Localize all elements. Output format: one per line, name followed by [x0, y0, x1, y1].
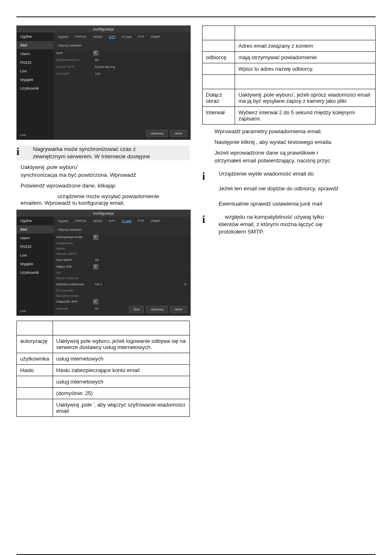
- sidebar-item-siec[interactable]: Sieć: [17, 41, 54, 50]
- sidebar-item-wyjatek[interactable]: Wyjątek: [17, 76, 54, 84]
- cell: Wybierz interwał 2 do 5 sekund między ko…: [235, 107, 376, 125]
- value-sync[interactable]: 60: [93, 57, 188, 62]
- sidebar-item-alarm[interactable]: Alarm: [17, 234, 54, 243]
- apply-button[interactable]: Zastosuj: [146, 130, 168, 137]
- test-button[interactable]: Test: [129, 306, 144, 313]
- label-user: Użytkownik: [56, 241, 93, 245]
- panel-title: Konfiguracja: [17, 210, 190, 217]
- tab-snmp[interactable]: SNMP: [149, 218, 162, 224]
- label-ntp: NTP: [56, 51, 93, 55]
- tab-ftp[interactable]: FTP: [136, 218, 146, 224]
- label-from-addr: Adres email od: [56, 276, 93, 280]
- value-ntp-server[interactable]: 0.pool.ntp.org: [93, 64, 188, 69]
- label-to-addr: Na adres email: [56, 294, 93, 298]
- tab-ogolne[interactable]: Ogólne: [56, 34, 70, 39]
- label-pass: Hasło: [56, 247, 93, 250]
- sidebar-item-uzytkownik[interactable]: Użytkownik: [17, 84, 54, 93]
- body-text: Następnie kliknij , aby wysłać testowego…: [214, 139, 376, 146]
- live-label: Live: [20, 309, 26, 313]
- label-to-name: Do (nazwa): [56, 289, 93, 292]
- tab-ntp[interactable]: NTP: [107, 34, 117, 39]
- tab-ntp[interactable]: NTP: [107, 218, 117, 224]
- label-auth: Autoryzacja email: [56, 235, 93, 239]
- info-text: względu na kompatybilność używaj tylko k…: [219, 213, 376, 236]
- info-icon: i: [202, 170, 214, 183]
- back-button[interactable]: Wróć: [170, 306, 187, 313]
- tabs: Ogólne PPPOE DDNS NTP E-mail FTP SNMP Wi…: [54, 32, 190, 50]
- cell: Uaktywnij pole wyboru, jeżeli logowanie …: [53, 335, 189, 353]
- value-smtp-port[interactable]: 25: [93, 257, 188, 263]
- cell: Hasło: [17, 364, 53, 376]
- value-to-name[interactable]: [93, 289, 188, 291]
- body-text: Jeżeli wprowadzone dane są prawidłowe io…: [214, 149, 376, 164]
- sidebar: Ogólne Sieć Alarm RS232 Live Wyjątek Uży…: [17, 32, 54, 139]
- body-text: Uaktywnij ‚pole wyboru' synchronizacja m…: [21, 164, 190, 178]
- cell: Dołącz obraz: [203, 89, 235, 107]
- back-button[interactable]: Wróć: [170, 130, 187, 137]
- tab-email[interactable]: E-mail: [120, 218, 133, 224]
- ssl-checkbox[interactable]: [93, 264, 98, 269]
- label-ntp-port: Port NTP: [56, 72, 93, 76]
- apply-button[interactable]: Zastosuj: [146, 306, 168, 313]
- value-to-addr[interactable]: [93, 295, 188, 296]
- cell: [17, 387, 53, 399]
- auth-checkbox[interactable]: [93, 235, 98, 240]
- info-icon: i: [16, 146, 29, 158]
- info-text: Urządzenie wyśle wiadomość email do Jeże…: [219, 170, 376, 208]
- cell: [17, 376, 53, 387]
- tab-wiecej[interactable]: Więcej ustawień: [56, 227, 83, 232]
- value-from[interactable]: [93, 272, 188, 273]
- sidebar-item-ogolne[interactable]: Ogólne: [17, 32, 54, 41]
- body-text: Potwierdź wprowadzone dane, klikając: [21, 182, 190, 190]
- value-select-recv[interactable]: Od 1▾: [93, 282, 188, 287]
- cell: Uaktywnij ‚pole ', aby włączyć szyfrowan…: [53, 399, 189, 416]
- sidebar-item-live[interactable]: Live: [17, 251, 54, 260]
- sidebar-item-live[interactable]: Live: [17, 67, 54, 76]
- sidebar-item-ogolne[interactable]: Ogólne: [17, 217, 54, 225]
- value-ntp-port[interactable]: 123: [93, 71, 188, 76]
- tab-pppoe[interactable]: PPPOE: [74, 218, 88, 224]
- body-text: Wprowadź parametry powiadomienia email.: [214, 128, 376, 135]
- cell: odbiorcę: [203, 52, 235, 63]
- tab-email[interactable]: E-mail: [120, 34, 133, 39]
- info-icon: i: [202, 213, 214, 226]
- value-pass[interactable]: [93, 247, 188, 249]
- live-label: Live: [20, 133, 26, 137]
- cell: użytkownika: [17, 353, 53, 364]
- tab-ddns[interactable]: DDNS: [91, 218, 104, 224]
- value-user[interactable]: [93, 242, 188, 244]
- label-from: Od: [56, 271, 93, 275]
- attach-checkbox[interactable]: [93, 299, 98, 304]
- cell: Wpisz tu adres nazwę odbiorcy.: [235, 63, 376, 75]
- cell: autoryzację: [17, 335, 53, 353]
- tab-ddns[interactable]: DDNS: [91, 34, 104, 39]
- label-interval: Interwał: [56, 307, 93, 310]
- sidebar-item-siec[interactable]: Sieć: [17, 225, 54, 234]
- cell: usług internetowych: [53, 353, 189, 364]
- value-smtp-srv[interactable]: [93, 253, 188, 254]
- cell: Interwał: [203, 107, 235, 125]
- cell: usług internetowych: [53, 376, 189, 387]
- ntp-checkbox[interactable]: [93, 51, 98, 56]
- sidebar-item-uzytkownik[interactable]: Użytkownik: [17, 268, 54, 277]
- label-attach: Załącznik JPG: [56, 300, 93, 303]
- sidebar-item-rs232[interactable]: RS232: [17, 243, 54, 251]
- tab-snmp[interactable]: SNMP: [149, 34, 162, 39]
- sidebar-item-wyjatek[interactable]: Wyjątek: [17, 260, 54, 268]
- sidebar-item-rs232[interactable]: RS232: [17, 58, 54, 67]
- label-ntp-server: Serwer NTP: [56, 65, 93, 69]
- body-text: emailem. Wprowadź tu konfigurację email.: [21, 199, 190, 207]
- cell: [203, 40, 235, 52]
- cell: Uaktywnij ‚pole wyboru', jeżeli oprócz w…: [235, 89, 376, 107]
- tab-ftp[interactable]: FTP: [136, 34, 146, 39]
- tab-wiecej[interactable]: Więcej ustawień: [56, 43, 83, 48]
- value-from-addr[interactable]: [93, 277, 188, 279]
- tabs: Ogólne PPPOE DDNS NTP E-mail FTP SNMP Wi…: [54, 217, 190, 234]
- cell: [203, 63, 235, 75]
- tab-ogolne[interactable]: Ogólne: [56, 218, 70, 224]
- doc-table-left: autoryzację Uaktywnij pole wyboru, jeżel…: [16, 321, 190, 417]
- tab-pppoe[interactable]: PPPOE: [74, 34, 88, 39]
- label-smtp-port: Port SMTP: [56, 258, 93, 262]
- cell: [17, 399, 53, 416]
- sidebar-item-alarm[interactable]: Alarm: [17, 50, 54, 58]
